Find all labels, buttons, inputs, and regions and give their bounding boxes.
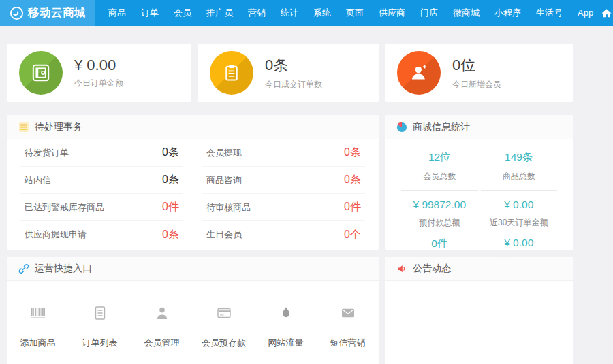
stats-cell: 12位会员总数 <box>400 145 480 191</box>
pending-tasks-header: 待处理事务 <box>7 115 379 139</box>
quick-entry-label: 订单列表 <box>69 337 131 349</box>
mall-stats-header: 商城信息统计 <box>385 115 573 139</box>
notice-body <box>385 281 573 364</box>
pending-row[interactable]: 生日会员0个 <box>202 221 365 248</box>
stats-value: 149条 <box>480 150 559 165</box>
pending-row[interactable]: 会员提现0条 <box>202 139 365 167</box>
stat-label: 今日成交订单数 <box>265 79 322 90</box>
stats-value: ¥ 0.00 <box>480 199 559 211</box>
stat-label: 今日新增会员 <box>452 79 501 90</box>
stat-value: 0位 <box>452 55 501 76</box>
pending-label: 待审核商品 <box>206 201 251 214</box>
pending-tasks-body: 待发货订单0条站内信0条已达到警戒库存商品0件供应商提现申请0条 会员提现0条商… <box>7 139 379 248</box>
pending-tasks-panel: 待处理事务 待发货订单0条站内信0条已达到警戒库存商品0件供应商提现申请0条 会… <box>7 115 379 250</box>
nav-item-推广员[interactable]: 推广员 <box>199 0 240 26</box>
nav-item-系统[interactable]: 系统 <box>306 0 339 26</box>
pending-label: 商品咨询 <box>206 174 242 186</box>
brand-logo[interactable]: 移动云商城 <box>0 0 95 26</box>
pie-icon <box>396 122 407 133</box>
pending-row[interactable]: 站内信0条 <box>20 167 183 194</box>
stat-card-1: 0条今日成交订单数 <box>198 44 379 102</box>
pending-value: 0条 <box>344 173 361 187</box>
nav-item-营销[interactable]: 营销 <box>240 0 273 26</box>
quick-entry-label: 短信营销 <box>317 337 379 349</box>
quick-entry-订单列表[interactable]: 订单列表 <box>69 304 131 349</box>
order-list-icon <box>69 304 131 322</box>
bank-card-icon <box>193 304 255 322</box>
nav-item-统计[interactable]: 统计 <box>273 0 306 26</box>
nav-item-页面[interactable]: 页面 <box>339 0 371 26</box>
member-icon <box>131 304 193 322</box>
pending-label: 已达到警戒库存商品 <box>25 201 104 214</box>
stat-info: 0条今日成交订单数 <box>265 55 322 90</box>
pending-value: 0条 <box>344 146 361 160</box>
nav-item-会员[interactable]: 会员 <box>166 0 199 26</box>
stat-value: ¥ 0.00 <box>74 56 123 74</box>
pending-value: 0件 <box>162 200 179 214</box>
quick-entry-label: 添加商品 <box>7 337 69 349</box>
pending-value: 0个 <box>344 228 361 242</box>
pending-row[interactable]: 商品咨询0条 <box>202 167 365 194</box>
stat-info: ¥ 0.00今日订单金额 <box>74 56 123 89</box>
pending-value: 0条 <box>162 173 179 187</box>
stat-cards-row: ¥ 0.00今日订单金额0条今日成交订单数0位今日新增会员 <box>7 44 573 102</box>
nav-item-商品[interactable]: 商品 <box>101 0 133 26</box>
quick-entry-短信营销[interactable]: 短信营销 <box>317 304 379 349</box>
pending-label: 供应商提现申请 <box>25 229 87 241</box>
stats-cell: ¥ 0.00近30天订单金额 <box>480 191 559 229</box>
home-icon[interactable] <box>601 7 612 19</box>
stats-cell: 149条商品总数 <box>480 145 559 191</box>
water-drop-icon <box>255 304 317 322</box>
user-plus-icon <box>397 51 441 95</box>
stat-card-2: 0位今日新增会员 <box>385 44 573 102</box>
pending-row[interactable]: 供应商提现申请0条 <box>20 221 183 248</box>
speaker-icon <box>396 263 407 274</box>
dashboard-content: ¥ 0.00今日订单金额0条今日成交订单数0位今日新增会员 待处理事务 待发货订… <box>0 26 573 364</box>
pending-row[interactable]: 已达到警戒库存商品0件 <box>20 194 183 221</box>
quick-entry-会员管理[interactable]: 会员管理 <box>131 304 193 349</box>
link-icon <box>18 263 29 274</box>
nav-item-门店[interactable]: 门店 <box>413 0 445 26</box>
pending-row[interactable]: 待审核商品0件 <box>202 194 365 221</box>
pending-tasks-title: 待处理事务 <box>35 121 82 133</box>
pending-left-column: 待发货订单0条站内信0条已达到警戒库存商品0件供应商提现申请0条 <box>20 139 183 248</box>
pending-label: 会员提现 <box>206 147 242 159</box>
nav-item-小程序[interactable]: 小程序 <box>487 0 529 26</box>
stat-label: 今日订单金额 <box>74 78 123 89</box>
nav-item-App[interactable]: App <box>570 0 601 26</box>
pending-value: 0条 <box>162 228 179 242</box>
mall-stats-panel: 商城信息统计 12位会员总数149条商品总数¥ 99872.00预付款总额¥ 0… <box>385 115 573 250</box>
notice-title: 公告动态 <box>413 263 451 275</box>
nav-item-订单[interactable]: 订单 <box>133 0 166 26</box>
pending-row[interactable]: 待发货订单0条 <box>20 139 183 167</box>
envelope-icon <box>317 304 379 322</box>
clipboard-icon <box>210 51 253 95</box>
stats-label: 近30天订单金额 <box>480 217 559 229</box>
quick-entry-title: 运营快捷入口 <box>35 263 92 275</box>
pending-value: 0件 <box>344 200 361 214</box>
safe-icon <box>19 51 63 95</box>
mall-stats-title: 商城信息统计 <box>413 121 470 133</box>
barcode-icon <box>7 304 69 322</box>
nav-item-供应商[interactable]: 供应商 <box>371 0 413 26</box>
stat-card-0: ¥ 0.00今日订单金额 <box>7 44 191 102</box>
quick-entry-添加商品[interactable]: 添加商品 <box>7 304 69 349</box>
stats-label: 预付款总额 <box>400 217 480 229</box>
quick-entry-header: 运营快捷入口 <box>7 257 379 281</box>
stat-value: 0条 <box>265 55 322 76</box>
stats-label: 会员总数 <box>400 171 480 182</box>
stat-info: 0位今日新增会员 <box>452 55 501 90</box>
quick-entry-body: 添加商品订单列表会员管理会员预存款网站流量短信营销 <box>7 281 379 349</box>
brand-icon <box>10 6 24 20</box>
stats-value: ¥ 0.00 <box>480 237 559 249</box>
tasks-icon <box>18 122 29 133</box>
stats-cell: ¥ 99872.00预付款总额 <box>400 191 480 229</box>
quick-entry-panel: 运营快捷入口 添加商品订单列表会员管理会员预存款网站流量短信营销 <box>7 257 379 364</box>
brand-title: 移动云商城 <box>28 5 86 20</box>
nav-item-生活号[interactable]: 生活号 <box>529 0 570 26</box>
navbar-right: admin <box>601 7 613 19</box>
nav-item-微商城[interactable]: 微商城 <box>445 0 487 26</box>
quick-entry-网站流量[interactable]: 网站流量 <box>255 304 317 349</box>
stats-label: 商品总数 <box>480 171 559 182</box>
quick-entry-会员预存款[interactable]: 会员预存款 <box>193 304 255 349</box>
